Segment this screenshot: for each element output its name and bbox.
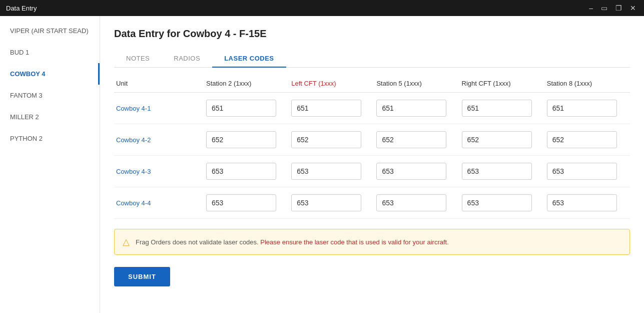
unit-label-3: Cowboy 4-3 [114,168,204,175]
tab-radios[interactable]: RADIOS [162,50,212,67]
input-row4-station5[interactable] [376,194,446,211]
header-station8: Station 8 (1xxx) [545,80,630,87]
maximize-button[interactable]: ❐ [613,4,624,12]
input-row1-left-cft[interactable] [291,100,361,117]
restore-button[interactable]: ▭ [599,4,609,12]
input-row3-left-cft[interactable] [291,163,361,180]
header-left-cft: Left CFT (1xxx) [289,80,374,87]
tab-notes[interactable]: NOTES [114,50,162,67]
tabs: NOTES RADIOS LASER CODES [114,50,630,68]
input-row4-right-cft[interactable] [462,194,532,211]
minimize-button[interactable]: – [587,4,595,12]
input-row1-station5[interactable] [376,100,446,117]
unit-label-1: Cowboy 4-1 [114,105,204,112]
sidebar-item-fantom3[interactable]: FANTOM 3 [0,85,100,106]
unit-label-2: Cowboy 4-2 [114,136,204,144]
title-bar-controls: – ▭ ❐ ✕ [587,4,638,12]
input-row2-station5[interactable] [376,131,446,148]
input-row3-right-cft[interactable] [462,163,532,180]
app-container: VIPER (AIR START SEAD) BUD 1 COWBOY 4 FA… [0,16,644,313]
unit-label-4: Cowboy 4-4 [114,199,204,207]
warning-icon: △ [123,236,130,247]
input-row1-station8[interactable] [547,100,617,117]
sidebar-item-viper[interactable]: VIPER (AIR START SEAD) [0,20,100,42]
table-row: Cowboy 4-2 [114,124,630,156]
data-table: Unit Station 2 (1xxx) Left CFT (1xxx) St… [114,80,630,219]
sidebar-item-cowboy4[interactable]: COWBOY 4 [0,63,100,85]
table-header: Unit Station 2 (1xxx) Left CFT (1xxx) St… [114,80,630,93]
title-bar-label: Data Entry [6,5,37,12]
sidebar-item-bud1[interactable]: BUD 1 [0,42,100,63]
input-row2-right-cft[interactable] [462,131,532,148]
submit-button[interactable]: SUBMIT [114,267,170,286]
input-row3-station8[interactable] [547,163,617,180]
header-station5: Station 5 (1xxx) [374,80,459,87]
sidebar: VIPER (AIR START SEAD) BUD 1 COWBOY 4 FA… [0,16,100,313]
sidebar-item-python2[interactable]: PYTHON 2 [0,128,100,149]
sidebar-item-miller2[interactable]: MILLER 2 [0,106,100,128]
input-row2-left-cft[interactable] [291,131,361,148]
main-content: Data Entry for Cowboy 4 - F-15E NOTES RA… [100,16,644,313]
input-row2-station8[interactable] [547,131,617,148]
input-row2-station2[interactable] [206,131,276,148]
input-row3-station5[interactable] [376,163,446,180]
warning-box: △ Frag Orders does not validate laser co… [114,229,630,255]
warning-text: Frag Orders does not validate laser code… [136,238,449,246]
input-row1-right-cft[interactable] [462,100,532,117]
header-right-cft: Right CFT (1xxx) [460,80,545,87]
input-row4-left-cft[interactable] [291,194,361,211]
input-row4-station8[interactable] [547,194,617,211]
tab-laser-codes[interactable]: LASER CODES [212,50,286,67]
table-row: Cowboy 4-4 [114,187,630,219]
close-button[interactable]: ✕ [628,4,638,12]
table-row: Cowboy 4-1 [114,93,630,124]
input-row3-station2[interactable] [206,163,276,180]
table-row: Cowboy 4-3 [114,156,630,187]
header-station2: Station 2 (1xxx) [204,80,289,87]
input-row4-station2[interactable] [206,194,276,211]
title-bar: Data Entry – ▭ ❐ ✕ [0,0,644,16]
input-row1-station2[interactable] [206,100,276,117]
page-title: Data Entry for Cowboy 4 - F-15E [114,28,630,40]
header-unit: Unit [114,80,204,87]
